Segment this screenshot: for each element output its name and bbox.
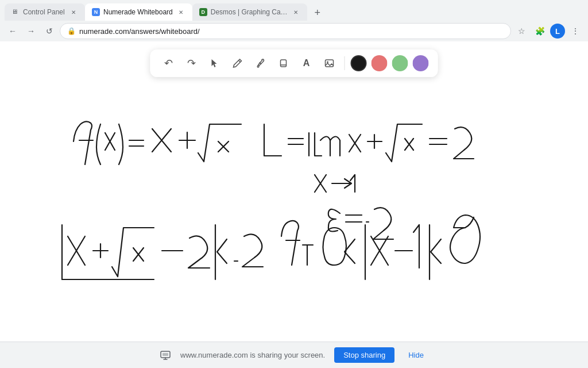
pencil-icon: [233, 58, 243, 68]
image-button[interactable]: [320, 54, 339, 72]
navigation-bar: ← → ↺ 🔒 numerade.com/answers/whiteboard/…: [0, 21, 588, 41]
reload-button[interactable]: ↺: [41, 23, 57, 39]
drawing-toolbar: ↶ ↷ A: [150, 49, 438, 77]
redo-icon: ↷: [187, 57, 196, 70]
pencil-button[interactable]: [229, 54, 247, 72]
tools-button[interactable]: [252, 54, 270, 72]
tabs-container: 🖥 Control Panel ✕ N Numerade Whiteboard …: [5, 0, 583, 21]
undo-button[interactable]: ↶: [160, 54, 178, 72]
back-icon: ←: [9, 26, 17, 36]
undo-icon: ↶: [164, 57, 173, 70]
new-tab-button[interactable]: +: [310, 5, 326, 21]
svg-line-0: [239, 60, 241, 62]
forward-icon: →: [27, 26, 35, 36]
tab-favicon-control-panel: 🖥: [11, 8, 20, 16]
cursor-icon: [210, 58, 220, 68]
profile-letter: L: [555, 27, 560, 36]
wrench-icon: [256, 58, 266, 68]
redo-button[interactable]: ↷: [183, 54, 201, 72]
tab-desmos[interactable]: D Desmos | Graphing Calculator ✕: [192, 3, 307, 21]
svg-rect-1: [281, 60, 287, 67]
tab-title-control-panel: Control Panel: [23, 8, 65, 16]
color-pink[interactable]: [372, 55, 388, 71]
menu-icon: ⋮: [571, 26, 579, 36]
select-button[interactable]: [206, 54, 224, 72]
sharing-notification: www.numerade.com is sharing your screen.…: [0, 342, 588, 368]
url-text: numerade.com/answers/whiteboard/: [79, 27, 504, 36]
tab-bar: 🖥 Control Panel ✕ N Numerade Whiteboard …: [0, 0, 588, 21]
sharing-message: www.numerade.com is sharing your screen.: [180, 351, 325, 359]
svg-rect-3: [326, 60, 334, 67]
toolbar-divider: [345, 56, 345, 70]
hide-button[interactable]: Hide: [404, 347, 428, 363]
menu-button[interactable]: ⋮: [567, 23, 583, 39]
color-black[interactable]: [351, 55, 367, 71]
math-content: [0, 41, 588, 342]
marker-button[interactable]: [274, 54, 293, 72]
nav-actions: ☆ 🧩 L ⋮: [513, 23, 583, 39]
tab-close-numerade[interactable]: ✕: [176, 7, 185, 17]
lock-icon: 🔒: [67, 27, 76, 35]
image-icon: [324, 58, 335, 68]
color-purple[interactable]: [413, 55, 429, 71]
tab-favicon-numerade: N: [92, 8, 100, 16]
star-button[interactable]: ☆: [513, 23, 529, 39]
tab-close-desmos[interactable]: ✕: [291, 7, 300, 17]
tab-title-numerade: Numerade Whiteboard: [103, 8, 173, 16]
svg-rect-6: [163, 353, 168, 356]
back-button[interactable]: ←: [5, 23, 21, 39]
tab-numerade[interactable]: N Numerade Whiteboard ✕: [85, 3, 192, 21]
text-icon: A: [303, 58, 310, 68]
forward-button[interactable]: →: [23, 23, 39, 39]
stop-sharing-button[interactable]: Stop sharing: [334, 347, 394, 363]
whiteboard-canvas[interactable]: ↶ ↷ A: [0, 41, 588, 342]
profile-button[interactable]: L: [550, 24, 565, 39]
address-bar[interactable]: 🔒 numerade.com/answers/whiteboard/: [60, 23, 511, 39]
tab-title-desmos: Desmos | Graphing Calculator: [211, 8, 288, 16]
reload-icon: ↺: [46, 26, 53, 36]
color-green[interactable]: [392, 55, 408, 71]
tab-control-panel[interactable]: 🖥 Control Panel ✕: [5, 3, 85, 21]
tab-close-control-panel[interactable]: ✕: [69, 7, 78, 17]
extensions-icon: 🧩: [535, 26, 545, 36]
text-button[interactable]: A: [297, 54, 316, 72]
tab-favicon-desmos: D: [199, 8, 207, 16]
extensions-button[interactable]: 🧩: [532, 23, 548, 39]
screen-share-icon: [160, 350, 171, 361]
marker-icon: [278, 58, 289, 68]
star-icon: ☆: [518, 26, 525, 36]
sharing-indicator: [160, 350, 171, 361]
